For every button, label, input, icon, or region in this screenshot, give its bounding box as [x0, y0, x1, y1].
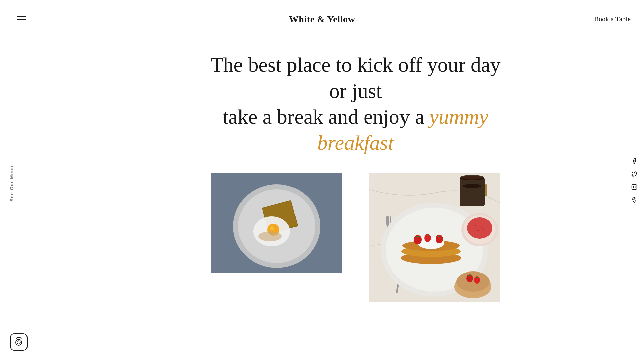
- camera-icon: [10, 333, 28, 351]
- svg-rect-0: [632, 185, 637, 190]
- hero-line2: take a break and enjoy a: [223, 105, 429, 128]
- hamburger-menu[interactable]: [13, 13, 30, 26]
- book-table-button[interactable]: Book a Table: [594, 15, 631, 23]
- svg-rect-23: [387, 216, 388, 225]
- food-images: [94, 173, 617, 302]
- svg-point-18: [462, 176, 482, 180]
- svg-rect-55: [476, 277, 478, 278]
- svg-point-2: [634, 199, 635, 200]
- svg-rect-22: [386, 216, 387, 225]
- hero-section: The best place to kick off your day or j…: [205, 52, 506, 156]
- svg-point-49: [483, 229, 484, 230]
- svg-rect-42: [438, 236, 440, 237]
- svg-rect-24: [388, 216, 389, 225]
- egg-plate-svg: [211, 173, 342, 273]
- svg-point-4: [16, 339, 22, 345]
- svg-rect-3: [10, 334, 27, 350]
- pancake-plate-svg: [369, 173, 500, 302]
- main-content: The best place to kick off your day or j…: [0, 0, 644, 302]
- svg-point-19: [463, 184, 481, 188]
- svg-point-5: [17, 341, 20, 344]
- svg-point-13: [270, 226, 274, 230]
- site-title: White & Yellow: [289, 14, 355, 25]
- svg-point-48: [477, 230, 479, 231]
- svg-rect-20: [485, 184, 487, 196]
- svg-point-46: [475, 225, 476, 226]
- twitter-icon[interactable]: [631, 171, 637, 178]
- food-image-left: [211, 173, 342, 273]
- svg-point-14: [258, 231, 282, 241]
- side-menu-text[interactable]: See Our Menu: [9, 166, 14, 202]
- svg-point-47: [481, 227, 482, 228]
- svg-point-51: [456, 272, 490, 292]
- svg-rect-16: [460, 178, 485, 206]
- camera-icon-wrapper[interactable]: [10, 333, 28, 352]
- social-icons: [631, 158, 637, 204]
- food-image-right: [369, 173, 500, 302]
- hero-line1: The best place to kick off your day or j…: [211, 53, 501, 102]
- facebook-icon[interactable]: [631, 158, 637, 165]
- header: White & Yellow Book a Table: [0, 0, 644, 39]
- svg-rect-38: [416, 236, 419, 237]
- svg-rect-40: [427, 235, 429, 236]
- svg-rect-53: [468, 275, 471, 276]
- foursquare-icon[interactable]: [631, 197, 637, 204]
- instagram-icon[interactable]: [631, 184, 637, 191]
- svg-point-45: [467, 217, 492, 239]
